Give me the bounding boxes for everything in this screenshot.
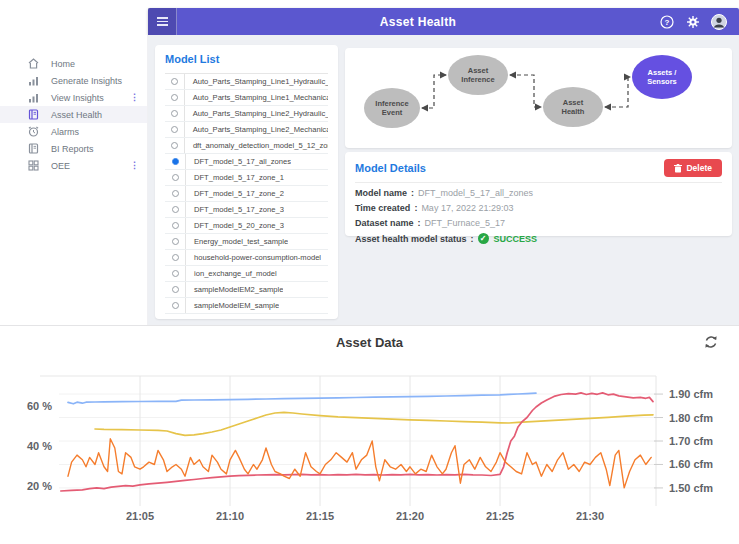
model-list-item[interactable]: DFT_model_5_17_zone_1 [165, 170, 328, 186]
diagram-node-asset-inference[interactable]: AssetInference [448, 55, 508, 95]
x-axis-tick-label: 21:30 [576, 510, 604, 522]
model-list-item[interactable]: DFT_model_5_20_zone_3 [165, 218, 328, 234]
model-radio-button[interactable] [172, 174, 179, 181]
model-radio-button[interactable] [171, 110, 178, 117]
trash-icon [674, 164, 682, 173]
model-list-item[interactable]: Auto_Parts_Stamping_Line2_Hydraulic_sa [165, 106, 328, 122]
model-radio-button[interactable] [172, 302, 179, 309]
sidebar-item-label: Generate Insights [51, 76, 139, 86]
model-list-item[interactable]: Auto_Parts_Stamping_Line1_Hydraulic_sa [165, 74, 328, 90]
sidebar-item-asset-health[interactable]: Asset Health [0, 106, 147, 123]
model-radio-button[interactable] [172, 286, 179, 293]
diagram-node-assets-sensors[interactable]: Assets /Sensors [632, 55, 692, 99]
right-axis-tick-label: 1.90 cfm [669, 388, 713, 400]
detail-field-label: Model name [355, 188, 407, 198]
model-radio-button[interactable] [171, 78, 178, 85]
delete-button[interactable]: Delete [664, 159, 722, 177]
model-name-label: Auto_Parts_Stamping_Line2_Hydraulic_sa [185, 109, 328, 118]
diagram-node-inference-event[interactable]: InferenceEvent [364, 88, 420, 128]
book-icon [28, 143, 40, 155]
model-list-item[interactable]: sampleModelEM_sample [165, 298, 328, 314]
kebab-menu-icon[interactable]: ⋮ [130, 93, 139, 102]
model-radio-button[interactable] [172, 270, 179, 277]
model-list-item[interactable]: sampleModelEM2_sample [165, 282, 328, 298]
sidebar-item-label: Home [51, 59, 139, 69]
book-icon [28, 109, 40, 121]
model-radio-button[interactable] [171, 94, 178, 101]
sidebar-item-label: BI Reports [51, 144, 139, 154]
refresh-icon[interactable] [703, 334, 719, 350]
sidebar-item-generate-insights[interactable]: Generate Insights [0, 72, 147, 89]
right-axis-tick-label: 1.80 cfm [669, 412, 713, 424]
main-content: Model List Auto_Parts_Stamping_Line1_Hyd… [148, 35, 739, 325]
model-details-fields: Model name:DFT_model_5_17_all_zonesTime … [355, 188, 722, 244]
model-radio-button[interactable] [172, 158, 179, 165]
diagram-node-asset-health[interactable]: AssetHealth [543, 87, 603, 127]
kebab-menu-icon[interactable]: ⋮ [130, 161, 139, 170]
settings-gear-icon[interactable] [685, 14, 701, 30]
model-list-item[interactable]: DFT_model_5_17_all_zones [165, 154, 328, 170]
model-list-item[interactable]: Auto_Parts_Stamping_Line1_MechanicalP [165, 90, 328, 106]
model-name-label: DFT_model_5_17_zone_2 [186, 189, 284, 198]
asset-data-chart: 20 %40 %60 %1.50 cfm1.60 cfm1.70 cfm1.80… [0, 362, 739, 540]
model-name-label: ion_exchange_uf_model [186, 269, 277, 278]
detail-field-row: Time created:May 17, 2022 21:29:03 [355, 203, 722, 213]
model-radio-button[interactable] [172, 238, 179, 245]
sidebar-item-home[interactable]: Home [0, 55, 147, 72]
sidebar: HomeGenerate InsightsView Insights⋮Asset… [0, 35, 148, 325]
model-list-item[interactable]: ion_exchange_uf_model [165, 266, 328, 282]
model-list-item[interactable]: Auto_Parts_Stamping_Line2_MechanicalP [165, 122, 328, 138]
sidebar-item-alarms[interactable]: Alarms [0, 123, 147, 140]
svg-text:Assets /Sensors: Assets /Sensors [647, 68, 677, 86]
model-list: Auto_Parts_Stamping_Line1_Hydraulic_saAu… [165, 73, 328, 314]
user-avatar[interactable] [711, 14, 727, 30]
model-name-label: Auto_Parts_Stamping_Line1_Hydraulic_sa [185, 77, 328, 86]
sidebar-item-bi-reports[interactable]: BI Reports [0, 140, 147, 157]
model-name-label: DFT_model_5_20_zone_3 [186, 221, 284, 230]
bar-chart-icon [28, 75, 40, 87]
help-icon[interactable]: ? [659, 14, 675, 30]
asset-data-title: Asset Data [0, 335, 739, 350]
model-list-item[interactable]: DFT_model_5_17_zone_3 [165, 202, 328, 218]
model-list-item[interactable]: DFT_model_5_17_zone_2 [165, 186, 328, 202]
model-radio-button[interactable] [172, 222, 179, 229]
model-name-label: sampleModelEM_sample [186, 301, 279, 310]
chart-series-line-red [61, 393, 653, 491]
svg-text:?: ? [665, 18, 670, 27]
model-name-label: household-power-consumption-model [186, 253, 321, 262]
model-radio-button[interactable] [172, 206, 179, 213]
detail-field-label: Asset health model status [355, 234, 467, 244]
detail-field-value: DFT_model_5_17_all_zones [418, 188, 533, 198]
left-axis-tick-label: 40 % [27, 440, 52, 452]
diagram-connector [605, 77, 630, 107]
model-radio-button[interactable] [171, 126, 178, 133]
sidebar-item-oee[interactable]: OEE⋮ [0, 157, 147, 174]
asset-health-page: Asset Health ? HomeGenerate InsightsView… [0, 0, 739, 544]
model-list-item[interactable]: household-power-consumption-model [165, 250, 328, 266]
model-name-label: DFT_model_5_17_zone_3 [186, 205, 284, 214]
model-radio-button[interactable] [171, 142, 178, 149]
model-list-item[interactable]: dft_anomaly_detection_model_5_12_zone [165, 138, 328, 154]
model-name-label: Auto_Parts_Stamping_Line2_MechanicalP [185, 125, 328, 134]
header-actions: ? [659, 14, 739, 30]
right-axis-tick-label: 1.50 cfm [669, 482, 713, 494]
sidebar-item-view-insights[interactable]: View Insights⋮ [0, 89, 147, 106]
detail-field-label: Dataset name [355, 218, 414, 228]
chart-series-line-yellow [95, 412, 653, 435]
model-name-label: Auto_Parts_Stamping_Line1_MechanicalP [185, 93, 328, 102]
model-name-label: Energy_model_test_sample [186, 237, 288, 246]
left-axis-tick-label: 60 % [27, 400, 52, 412]
hamburger-menu-button[interactable] [148, 8, 177, 35]
status-badge: ✓SUCCESS [478, 233, 538, 244]
model-radio-button[interactable] [172, 254, 179, 261]
sidebar-item-label: Alarms [51, 127, 139, 137]
detail-field-row: Dataset name:DFT_Furnace_5_17 [355, 218, 722, 228]
model-details-title: Model Details [355, 162, 426, 174]
home-icon [28, 58, 40, 70]
model-name-label: DFT_model_5_17_zone_1 [186, 173, 284, 182]
diagram-connector [422, 75, 446, 108]
model-list-item[interactable]: Energy_model_test_sample [165, 234, 328, 250]
x-axis-tick-label: 21:20 [396, 510, 424, 522]
model-radio-button[interactable] [172, 190, 179, 197]
check-icon: ✓ [478, 233, 489, 244]
